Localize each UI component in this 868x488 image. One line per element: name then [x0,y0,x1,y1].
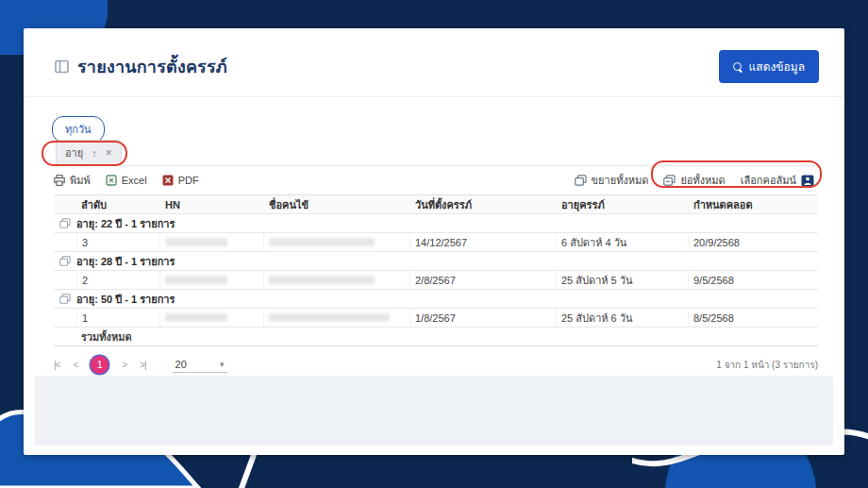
sort-ascending-icon[interactable]: ↑ [92,147,97,159]
choose-columns-button[interactable]: เลือกคอลัมน์ [741,172,814,189]
cell-gestational-age: 25 สัปดาห์ 6 วัน [557,309,689,327]
header-seq[interactable]: ลำดับ [76,196,160,213]
header-due-date[interactable]: กำหนดคลอด [689,196,818,213]
pagination-bar: |< < 1 > >| 20 ▾ 1 จาก 1 หน้า (3 รายการ) [54,346,818,379]
group-row[interactable]: อายุ: 28 ปี - 1 รายการ [54,252,818,271]
group-label: อายุ: 50 ปี - 1 รายการ [76,291,818,308]
expand-all-icon [575,175,587,186]
export-pdf-button[interactable]: PDF [162,175,199,186]
table-header-row: ลำดับ HN ชื่อคนไข้ วันที่ตั้งครรภ์ อายุค… [54,194,818,214]
report-card: รายงานการตั้งครรภ์ แสดงข้อมูล ทุกวัน อาย… [24,28,844,455]
print-button[interactable]: พิมพ์ [54,172,91,189]
cell-seq: 3 [76,233,160,251]
cell-pregnancy-date: 14/12/2567 [410,233,557,251]
pregnancy-table: ลำดับ HN ชื่อคนไข้ วันที่ตั้งครรภ์ อายุค… [54,194,818,346]
redacted-hn [160,271,264,289]
cell-seq: 2 [76,271,160,289]
column-chooser-icon [801,175,814,187]
cell-gestational-age: 6 สัปดาห์ 4 วัน [557,233,689,251]
redacted-patient-name [264,271,410,289]
header-gestational-age[interactable]: อายุครรภ์ [557,196,689,213]
header-hn[interactable]: HN [160,199,264,210]
group-row[interactable]: อายุ: 50 ปี - 1 รายการ [54,290,818,309]
group-panel: อายุ ↑ × [54,140,818,166]
header-pregnancy-date[interactable]: วันที่ตั้งครรภ์ [410,196,557,213]
group-label: อายุ: 22 ปี - 1 รายการ [76,215,818,232]
header-patient-name[interactable]: ชื่อคนไข้ [264,196,410,213]
print-label: พิมพ์ [70,172,91,189]
app-background: รายงานการตั้งครรภ์ แสดงข้อมูล ทุกวัน อาย… [0,0,868,488]
last-page-button[interactable]: >| [140,360,145,370]
show-data-label: แสดงข้อมูล [749,58,805,76]
total-row: รวมทั้งหมด [54,328,818,346]
excel-label: Excel [122,175,147,186]
caret-down-icon: ▾ [220,360,225,369]
table-row[interactable]: 1 1/8/2567 25 สัปดาห์ 6 วัน 8/5/2568 [54,309,818,328]
cell-due-date: 9/5/2568 [689,271,818,289]
empty-bottom-panel [35,376,833,446]
excel-file-icon [106,175,117,186]
table-row[interactable]: 3 14/12/2567 6 สัปดาห์ 4 วัน 20/9/2568 [54,233,818,252]
redacted-hn [160,233,264,251]
report-icon [55,59,69,74]
page-title: รายงานการตั้งครรภ์ [77,53,227,80]
cell-gestational-age: 25 สัปดาห์ 5 วัน [557,271,689,289]
page-info: 1 จาก 1 หน้า (3 รายการ) [716,358,818,372]
cell-due-date: 20/9/2568 [689,233,818,251]
previous-page-button[interactable]: < [73,360,77,370]
cell-pregnancy-date: 1/8/2567 [410,309,557,327]
next-page-button[interactable]: > [122,360,126,370]
expand-all-label: ขยายทั้งหมด [592,172,649,189]
collapse-all-icon [663,175,676,186]
pdf-file-icon [162,175,174,186]
group-row[interactable]: อายุ: 22 ปี - 1 รายการ [54,214,818,233]
table-row[interactable]: 2 2/8/2567 25 สัปดาห์ 5 วัน 9/5/2568 [54,271,818,290]
data-grid: อายุ ↑ × พ [54,140,818,379]
all-days-filter-chip[interactable]: ทุกวัน [52,116,105,143]
cell-seq: 1 [76,309,160,327]
collapse-all-label: ย่อทั้งหมด [680,172,725,189]
search-icon [733,62,743,72]
show-data-button[interactable]: แสดงข้อมูล [719,50,819,83]
export-excel-button[interactable]: Excel [106,175,147,186]
expand-all-button[interactable]: ขยายทั้งหมด [575,172,649,189]
redacted-patient-name [264,233,410,251]
remove-group-icon[interactable]: × [106,146,112,160]
collapse-group-icon[interactable] [59,294,71,304]
redacted-patient-name [264,309,410,327]
page-size-select[interactable]: 20 ▾ [173,357,227,373]
grid-toolbar: พิมพ์ Excel [54,166,818,194]
cell-due-date: 8/5/2568 [689,309,818,327]
page-size-value: 20 [175,359,187,370]
redacted-hn [160,309,264,327]
pdf-label: PDF [178,175,199,186]
collapse-group-icon[interactable] [59,256,71,266]
current-page-button[interactable]: 1 [91,356,108,374]
total-label: รวมทั้งหมด [76,328,818,345]
card-header: รายงานการตั้งครรภ์ แสดงข้อมูล [24,28,844,97]
choose-columns-label: เลือกคอลัมน์ [741,172,796,189]
collapse-group-icon[interactable] [59,218,71,228]
group-by-age-chip[interactable]: อายุ ↑ × [56,140,122,166]
collapse-all-button[interactable]: ย่อทั้งหมด [663,172,725,189]
group-label: อายุ: 28 ปี - 1 รายการ [76,253,818,270]
first-page-button[interactable]: |< [54,360,59,370]
cell-pregnancy-date: 2/8/2567 [410,271,557,289]
printer-icon [54,175,65,186]
group-chip-label: อายุ [65,144,83,161]
